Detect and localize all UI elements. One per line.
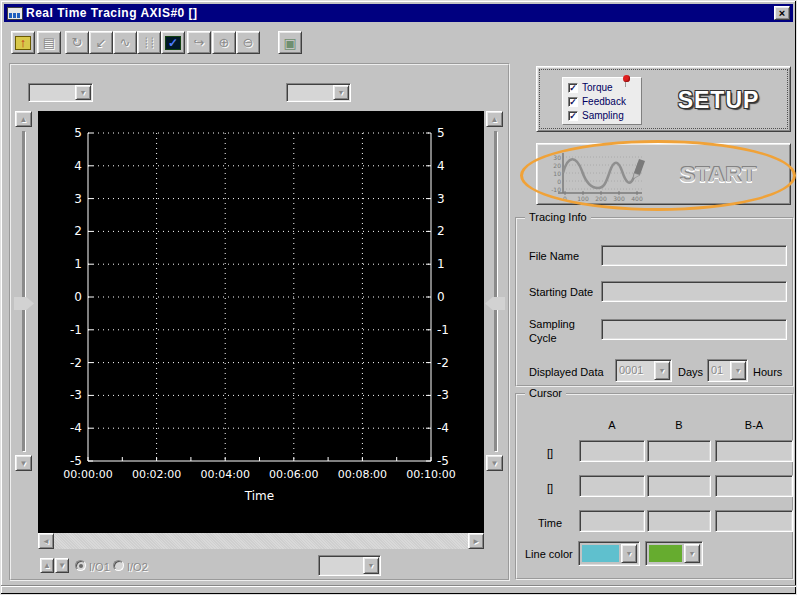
svg-text:0: 0 — [74, 290, 82, 304]
days-label: Days — [678, 366, 703, 378]
sampling-checkbox[interactable]: ✓ — [568, 111, 578, 121]
cursor-r2-b-field[interactable] — [647, 475, 711, 497]
line-color-b-combo[interactable]: ▼ — [645, 541, 703, 566]
file-name-field[interactable] — [601, 245, 787, 266]
clipboard-icon: ▣ — [283, 35, 296, 51]
transfer-button[interactable]: ↪ — [187, 31, 211, 54]
chevron-down-icon[interactable]: ▼ — [621, 544, 637, 563]
file-name-label: File Name — [529, 250, 579, 262]
pin-icon — [623, 75, 630, 82]
scroll-left-icon[interactable]: ◄ — [38, 533, 54, 549]
tracing-info-group: Tracing Info File Name Starting Date Sam… — [515, 217, 794, 387]
chevron-down-icon[interactable]: ▼ — [75, 85, 91, 100]
open-data-button[interactable]: ↑ — [11, 31, 35, 54]
svg-text:1: 1 — [437, 257, 445, 271]
right-slider-track[interactable] — [494, 131, 497, 451]
time-scrollbar[interactable]: ◄ ► — [38, 533, 484, 549]
start-button[interactable]: 3020100-100100200300400 START — [536, 143, 791, 205]
zoom-out-button[interactable]: ⊖ — [236, 31, 260, 54]
cursor-title: Cursor — [525, 387, 566, 399]
zoom-in-button[interactable]: ⊕ — [212, 31, 236, 54]
svg-text:20: 20 — [553, 162, 561, 169]
io1-radio[interactable] — [75, 560, 86, 571]
scroll-right-icon[interactable]: ► — [468, 533, 484, 549]
svg-text:-4: -4 — [437, 421, 449, 435]
left-slider-track[interactable] — [22, 131, 25, 451]
svg-text:5: 5 — [437, 126, 445, 140]
setup-button-label: SETUP — [657, 87, 780, 114]
zoom-out-icon: ⊖ — [243, 35, 254, 50]
cursor-r1-ba-field[interactable] — [715, 440, 793, 462]
left-slider-thumb[interactable] — [14, 297, 34, 310]
feedback-checkbox-row[interactable]: ✓ Feedback — [568, 96, 626, 107]
svg-text:-1: -1 — [437, 323, 449, 337]
chevron-down-icon[interactable]: ▼ — [333, 85, 349, 100]
right-slider-thumb[interactable] — [485, 297, 505, 310]
feedback-checkbox[interactable]: ✓ — [568, 97, 578, 107]
cursor-time-ba-field[interactable] — [715, 510, 793, 532]
io-combo[interactable]: ▼ — [318, 555, 381, 576]
sampling-checkbox-label: Sampling — [582, 110, 624, 121]
svg-text:00:02:00: 00:02:00 — [132, 468, 181, 481]
svg-text:4: 4 — [437, 159, 445, 173]
channel-combo-right[interactable]: ▼ — [286, 83, 351, 102]
channel-combo-left[interactable]: ▼ — [28, 83, 93, 102]
io-combo-value — [322, 558, 362, 573]
cursor-time-label: Time — [525, 517, 575, 529]
starting-date-field[interactable] — [601, 281, 787, 302]
channel-combo-right-value — [290, 86, 332, 99]
svg-text:200: 200 — [595, 195, 607, 202]
right-scale-up-button[interactable]: ▲ — [486, 111, 503, 127]
svg-text:300: 300 — [613, 195, 625, 202]
setup-button[interactable]: ✓ Torque ✓ Feedback ✓ Sampling SETUP — [536, 66, 791, 132]
cursor-col-a-header: A — [579, 419, 645, 431]
days-combo-value: 0001 — [619, 364, 653, 379]
waveform-button[interactable]: ∿ — [113, 31, 137, 54]
chevron-down-icon[interactable]: ▼ — [684, 544, 700, 563]
clipboard-button[interactable]: ▣ — [278, 31, 302, 54]
import-button[interactable]: ↙ — [89, 31, 113, 54]
torque-checkbox-row[interactable]: ✓ Torque — [568, 82, 613, 93]
svg-text:-10: -10 — [551, 186, 561, 193]
cursor-r2-ba-field[interactable] — [715, 475, 793, 497]
svg-text:0: 0 — [563, 195, 567, 202]
trace-select-button[interactable]: ✓ — [161, 31, 185, 54]
svg-text:2: 2 — [437, 224, 445, 238]
cursor-r2-a-field[interactable] — [579, 475, 645, 497]
io-up-button[interactable]: ▲ — [40, 558, 54, 573]
tracing-info-title: Tracing Info — [525, 211, 591, 223]
cursor-time-a-field[interactable] — [579, 510, 645, 532]
cursor-r1-a-field[interactable] — [579, 440, 645, 462]
print-button[interactable]: ▤ — [37, 31, 61, 54]
svg-text:1: 1 — [74, 257, 82, 271]
hours-label: Hours — [753, 366, 782, 378]
days-combo[interactable]: 0001 ▼ — [615, 359, 672, 382]
chevron-down-icon[interactable]: ▼ — [654, 361, 670, 380]
cursor-row2-label: [] — [525, 482, 575, 494]
close-icon[interactable]: × — [774, 6, 790, 20]
trace-select-icon: ✓ — [165, 36, 181, 50]
channel-combo-left-value — [32, 86, 74, 99]
io-down-button[interactable]: ▼ — [55, 558, 69, 573]
cursor-time-b-field[interactable] — [647, 510, 711, 532]
svg-text:-3: -3 — [70, 388, 82, 402]
line-color-a-combo[interactable]: ▼ — [578, 541, 640, 566]
chevron-down-icon[interactable]: ▼ — [730, 361, 746, 380]
right-scale-down-button[interactable]: ▼ — [486, 455, 503, 471]
scale-icon: ┊┊ — [143, 37, 155, 48]
io2-radio[interactable] — [113, 560, 124, 571]
chevron-down-icon[interactable]: ▼ — [363, 557, 379, 574]
cursor-r1-b-field[interactable] — [647, 440, 711, 462]
refresh-button[interactable]: ↻ — [65, 31, 89, 54]
hours-combo[interactable]: 01 ▼ — [707, 359, 748, 382]
svg-text:-5: -5 — [437, 454, 449, 468]
svg-text:00:10:00: 00:10:00 — [406, 468, 455, 481]
sampling-checkbox-row[interactable]: ✓ Sampling — [568, 110, 624, 121]
scale-button[interactable]: ┊┊ — [137, 31, 161, 54]
refresh-icon: ↻ — [72, 35, 83, 50]
left-scale-down-button[interactable]: ▼ — [15, 455, 32, 471]
sampling-cycle-field[interactable] — [601, 319, 787, 340]
torque-checkbox[interactable]: ✓ — [568, 83, 578, 93]
left-scale-up-button[interactable]: ▲ — [15, 111, 32, 127]
line-color-b-swatch — [649, 545, 682, 562]
